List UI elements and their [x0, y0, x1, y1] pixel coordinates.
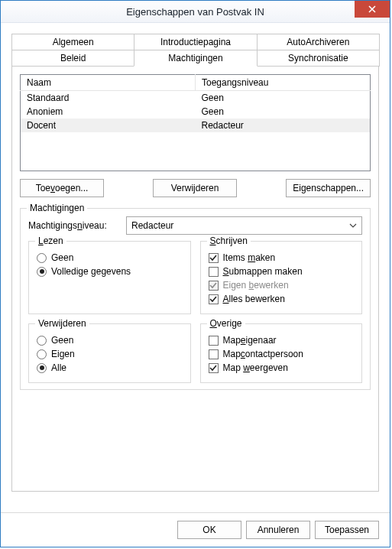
- option-label: Mapcontactpersoon: [223, 349, 303, 359]
- cell-level: Redacteur: [196, 119, 371, 132]
- table-row[interactable]: Docent Redacteur: [21, 119, 371, 132]
- tab-label: Synchronisatie: [288, 53, 348, 63]
- radio-icon: [37, 363, 47, 373]
- radio-delete-none[interactable]: Geen: [37, 335, 183, 346]
- col-header-level[interactable]: Toegangsniveau: [196, 75, 371, 91]
- group-legend: Overige: [207, 318, 245, 329]
- tab-autoarchiveren[interactable]: AutoArchiveren: [257, 34, 380, 50]
- button-label: Toepassen: [325, 525, 369, 535]
- cell-level: Geen: [196, 91, 371, 106]
- check-create-items[interactable]: Items maken: [209, 252, 355, 263]
- tab-label: Beleid: [60, 53, 86, 63]
- group-legend: Schrijven: [207, 236, 251, 246]
- cancel-button[interactable]: Annuleren: [246, 521, 310, 539]
- tab-control: Algemeen Introductiepagina AutoArchivere…: [11, 34, 379, 492]
- check-edit-own: Eigen bewerken: [209, 280, 355, 291]
- select-value: Redacteur: [131, 220, 173, 231]
- dialog-window: Eigenschappen van Postvak IN Algemeen In…: [0, 0, 390, 547]
- radio-icon: [37, 336, 47, 346]
- delete-other-row: Verwijderen Geen Eigen All: [28, 323, 362, 383]
- tab-label: Machtigingen: [168, 53, 222, 63]
- close-icon: [368, 5, 376, 13]
- permissions-table[interactable]: Naam Toegangsniveau Standaard Geen Anoni…: [20, 74, 371, 171]
- tab-panel-machtigingen: Naam Toegangsniveau Standaard Geen Anoni…: [11, 67, 379, 492]
- checkbox-icon: [209, 336, 219, 346]
- group-overige: Overige Mapeigenaar Mapcontactpersoon: [200, 323, 363, 383]
- table-empty-space: [21, 132, 371, 171]
- tab-introductiepagina[interactable]: Introductiepagina: [134, 34, 257, 50]
- option-label: Mapeigenaar: [223, 335, 277, 346]
- group-legend: Verwijderen: [35, 318, 89, 329]
- dialog-footer: OK Annuleren Toepassen: [1, 512, 390, 547]
- table-row[interactable]: Anoniem Geen: [21, 105, 371, 119]
- check-edit-all[interactable]: Alles bewerken: [209, 294, 355, 304]
- group-legend: Lezen: [35, 236, 66, 246]
- chevron-down-icon: [349, 222, 357, 229]
- table-buttons: Toevoegen... Verwijderen Eigenschappen..…: [20, 179, 371, 197]
- titlebar: Eigenschappen van Postvak IN: [1, 1, 390, 23]
- tab-algemeen[interactable]: Algemeen: [11, 34, 134, 50]
- properties-button[interactable]: Eigenschappen...: [286, 179, 371, 197]
- radio-delete-all[interactable]: Alle: [37, 362, 183, 373]
- group-machtigingen: Machtigingen Machtigingsniveau: Redacteu…: [20, 208, 371, 390]
- window-title: Eigenschappen van Postvak IN: [126, 6, 264, 18]
- option-label: Eigen: [51, 349, 75, 359]
- tab-row-1: Algemeen Introductiepagina AutoArchivere…: [11, 34, 379, 50]
- option-label: Alle: [51, 362, 66, 373]
- apply-button[interactable]: Toepassen: [315, 521, 379, 539]
- group-legend: Machtigingen: [27, 203, 87, 213]
- radio-icon: [37, 267, 47, 277]
- checkbox-icon: [209, 281, 219, 291]
- radio-read-none[interactable]: Geen: [37, 252, 183, 263]
- permission-level-row: Machtigingsniveau: Redacteur: [28, 216, 362, 235]
- check-folder-contact[interactable]: Mapcontactpersoon: [209, 349, 355, 359]
- cell-name: Anoniem: [21, 105, 196, 119]
- radio-icon: [37, 253, 47, 263]
- radio-read-full[interactable]: Volledige gegevens: [37, 266, 183, 277]
- option-label: Items maken: [223, 252, 276, 263]
- remove-button[interactable]: Verwijderen: [153, 179, 237, 197]
- button-label: Verwijderen: [171, 183, 219, 193]
- cell-name: Standaard: [21, 91, 196, 106]
- group-schrijven: Schrijven Items maken Submappen maken: [200, 241, 363, 314]
- checkbox-icon: [209, 349, 219, 359]
- option-label: Geen: [51, 335, 73, 346]
- radio-delete-own[interactable]: Eigen: [37, 349, 183, 359]
- checkbox-icon: [209, 294, 219, 304]
- option-label: Volledige gegevens: [51, 266, 131, 277]
- button-label: OK: [202, 525, 215, 535]
- check-folder-visible[interactable]: Map weergeven: [209, 362, 355, 373]
- tab-row-2: Beleid Machtigingen Synchronisatie: [11, 50, 379, 67]
- client-area: Algemeen Introductiepagina AutoArchivere…: [1, 23, 390, 512]
- add-button[interactable]: Toevoegen...: [20, 179, 104, 197]
- checkbox-icon: [209, 363, 219, 373]
- ok-button[interactable]: OK: [177, 521, 241, 539]
- tab-beleid[interactable]: Beleid: [11, 50, 134, 67]
- checkbox-icon: [209, 253, 219, 263]
- tab-machtigingen[interactable]: Machtigingen: [134, 50, 257, 67]
- tab-label: Algemeen: [53, 37, 94, 47]
- check-folder-owner[interactable]: Mapeigenaar: [209, 335, 355, 346]
- button-label: Annuleren: [258, 525, 300, 535]
- cell-level: Geen: [196, 105, 371, 119]
- option-label: Alles bewerken: [223, 294, 285, 304]
- checkbox-icon: [209, 267, 219, 277]
- tab-synchronisatie[interactable]: Synchronisatie: [257, 50, 380, 67]
- option-label: Submappen maken: [223, 266, 303, 277]
- group-verwijderen: Verwijderen Geen Eigen All: [28, 323, 191, 383]
- permission-level-select[interactable]: Redacteur: [126, 216, 362, 235]
- group-lezen: Lezen Geen Volledige gegevens: [28, 241, 191, 314]
- close-button[interactable]: [355, 1, 390, 18]
- table-row[interactable]: Standaard Geen: [21, 91, 371, 106]
- button-label: Eigenschappen...: [293, 183, 364, 193]
- radio-icon: [37, 349, 47, 359]
- option-label: Map weergeven: [223, 362, 288, 373]
- col-header-name[interactable]: Naam: [21, 75, 196, 91]
- cell-name: Docent: [21, 119, 196, 132]
- tab-label: Introductiepagina: [160, 37, 231, 47]
- tab-label: AutoArchiveren: [287, 37, 349, 47]
- option-label: Geen: [51, 252, 73, 263]
- check-create-subfolders[interactable]: Submappen maken: [209, 266, 355, 277]
- read-write-row: Lezen Geen Volledige gegevens Sch: [28, 241, 362, 314]
- permission-level-label: Machtigingsniveau:: [28, 220, 126, 231]
